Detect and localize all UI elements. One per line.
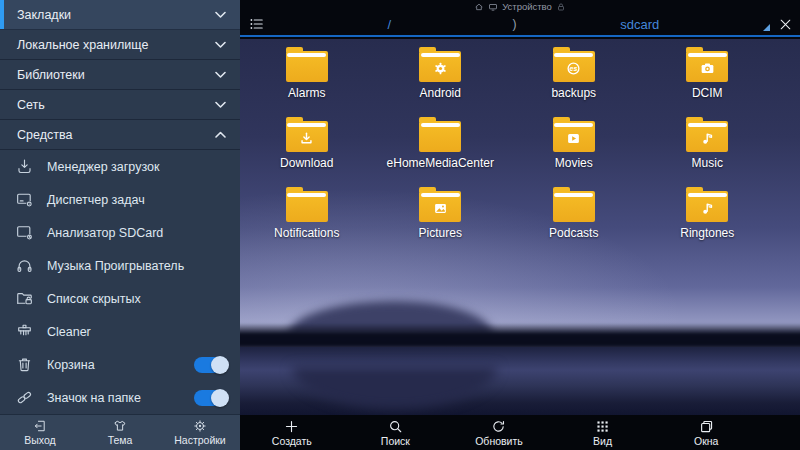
sidebar-footer: Выход Тема Настройки [0, 414, 240, 450]
sidebar-section-network[interactable]: Сеть [0, 90, 240, 120]
folder-name: backups [551, 86, 596, 100]
folder-grid: Alarms [240, 42, 774, 252]
chevron-down-icon [215, 101, 226, 109]
refresh-icon [491, 419, 506, 434]
es-file-explorer-window: Закладки Локальное хранилище Библиотеки … [0, 0, 800, 450]
tool-label: Корзина [47, 358, 95, 372]
folder-name: eHomeMediaCenter [387, 156, 494, 170]
music-note-badge-icon [699, 130, 716, 147]
folder-icon [553, 191, 595, 222]
bottom-toolbar: Создать Поиск Обновить [240, 415, 800, 450]
folder-download[interactable]: Download [240, 112, 374, 182]
folder-name: Podcasts [549, 226, 598, 240]
toolbar-view-button[interactable]: Вид [551, 415, 655, 450]
download-badge-icon [298, 130, 315, 147]
sidebar-section-libraries[interactable]: Библиотеки [0, 60, 240, 90]
chevron-down-icon [215, 41, 226, 49]
svg-text:es: es [570, 64, 578, 72]
theme-icon [113, 419, 127, 433]
sidebar: Закладки Локальное хранилище Библиотеки … [0, 0, 240, 450]
folder-name: Android [420, 86, 461, 100]
device-tab[interactable]: Устройство [474, 2, 566, 12]
breadcrumb-root-label: / [387, 17, 391, 32]
folder-icon [286, 191, 328, 222]
folder-podcasts[interactable]: Podcasts [507, 182, 641, 252]
section-label: Библиотеки [17, 68, 85, 82]
folder-icon [553, 121, 595, 152]
breadcrumb-current[interactable]: sdcard [517, 17, 764, 32]
tool-label: Анализатор SDCard [47, 226, 163, 240]
footer-label: Выход [24, 434, 55, 446]
tool-label: Диспетчер задач [47, 193, 145, 207]
section-label: Закладки [17, 8, 71, 22]
folder-notifications[interactable]: Notifications [240, 182, 374, 252]
path-bar: / ) sdcard [240, 13, 800, 37]
sidebar-item-sdcard-analyzer[interactable]: Анализатор SDCard [0, 216, 240, 249]
task-manager-icon [15, 190, 34, 209]
exit-button[interactable]: Выход [0, 415, 80, 450]
folder-name: Ringtones [680, 226, 734, 240]
sidebar-item-task-manager[interactable]: Диспетчер задач [0, 183, 240, 216]
folder-ehomemediacenter[interactable]: eHomeMediaCenter [374, 112, 508, 182]
toolbar-search-button[interactable]: Поиск [344, 415, 448, 450]
toolbar-label: Поиск [381, 435, 410, 447]
folder-icon [419, 121, 461, 152]
resize-handle-icon[interactable] [763, 24, 770, 31]
search-icon [388, 419, 403, 434]
settings-button[interactable]: Настройки [160, 415, 240, 450]
folder-pictures[interactable]: Pictures [374, 182, 508, 252]
sidebar-item-music-player[interactable]: Музыка Проигрыватель [0, 249, 240, 282]
gear-badge-icon [432, 60, 449, 77]
sidebar-section-tools[interactable]: Средства [0, 120, 240, 150]
breadcrumb-current-label: sdcard [620, 17, 659, 32]
folder-movies[interactable]: Movies [507, 112, 641, 182]
chevron-down-icon [215, 11, 226, 19]
folder-name: DCIM [692, 86, 723, 100]
close-icon[interactable] [778, 17, 793, 32]
folder-icon [286, 51, 328, 82]
toolbar-windows-button[interactable]: Окна [654, 415, 758, 450]
music-note-badge-icon [699, 200, 716, 217]
folder-backups[interactable]: es backups [507, 42, 641, 112]
toolbar-create-button[interactable]: Создать [240, 415, 344, 450]
toolbar-refresh-button[interactable]: Обновить [447, 415, 551, 450]
camera-badge-icon [699, 60, 716, 77]
folder-badge-toggle[interactable] [194, 390, 228, 406]
tool-label: Менеджер загрузок [47, 160, 159, 174]
sidebar-section-local-storage[interactable]: Локальное хранилище [0, 30, 240, 60]
sidebar-item-recycle-bin[interactable]: Корзина [0, 348, 240, 381]
folder-name: Notifications [274, 226, 339, 240]
folder-alarms[interactable]: Alarms [240, 42, 374, 112]
cleaner-icon [15, 322, 34, 341]
home-icon [474, 2, 484, 12]
sidebar-section-bookmarks[interactable]: Закладки [0, 0, 240, 30]
device-icon [488, 2, 498, 12]
toolbar-label: Вид [593, 435, 612, 447]
exit-icon [33, 419, 47, 433]
menu-icon[interactable] [248, 15, 266, 33]
toolbar-label: Окна [694, 435, 718, 447]
theme-button[interactable]: Тема [80, 415, 160, 450]
download-manager-icon [15, 157, 34, 176]
sidebar-item-hidden-list[interactable]: Список скрытых [0, 282, 240, 315]
sidebar-item-folder-badge[interactable]: Значок на папке [0, 381, 240, 414]
footer-label: Настройки [174, 434, 226, 446]
tool-label: Cleaner [47, 325, 91, 339]
sidebar-item-cleaner[interactable]: Cleaner [0, 315, 240, 348]
section-label: Средства [17, 128, 72, 142]
tool-label: Значок на папке [47, 391, 141, 405]
folder-android[interactable]: Android [374, 42, 508, 112]
folder-dcim[interactable]: DCIM [641, 42, 775, 112]
folder-name: Movies [555, 156, 593, 170]
sidebar-item-download-manager[interactable]: Менеджер загрузок [0, 150, 240, 183]
toolbar-label: Создать [272, 435, 312, 447]
folder-name: Alarms [288, 86, 325, 100]
breadcrumb-root[interactable]: / [266, 17, 513, 32]
folder-icon [686, 121, 728, 152]
hidden-list-icon [15, 289, 34, 308]
folder-music[interactable]: Music [641, 112, 775, 182]
toolbar-label: Обновить [475, 435, 523, 447]
folder-ringtones[interactable]: Ringtones [641, 182, 775, 252]
file-browser: Устройство / ) sdcard [240, 0, 800, 450]
recycle-bin-toggle[interactable] [194, 357, 228, 373]
